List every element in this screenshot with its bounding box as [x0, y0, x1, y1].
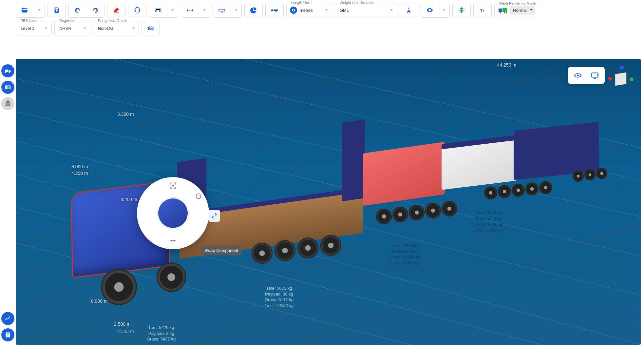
svg-point-5 [221, 11, 222, 12]
orientation-gizmo[interactable] [607, 65, 635, 93]
view-button[interactable] [421, 3, 439, 17]
wheel [512, 184, 525, 197]
weight-scheme-value: GML [340, 8, 349, 13]
length-units-label: Length Units [290, 1, 313, 5]
wheel [484, 186, 497, 199]
combo-button[interactable] [265, 3, 284, 17]
add-vehicle-button[interactable]: + [1, 64, 14, 77]
mesh-mode-control: Mesh Rendering Mode Normal [494, 4, 538, 17]
wheel [425, 203, 441, 218]
canvas-controls [568, 67, 605, 84]
chevron-down-icon [131, 26, 135, 30]
mesh-mode-label: Mesh Rendering Mode [498, 1, 537, 5]
radial-focus[interactable] [167, 180, 179, 192]
svg-point-18 [504, 12, 505, 13]
bridge-icon [147, 25, 154, 32]
vehicle-stage [16, 59, 641, 345]
fit-screen-icon [591, 71, 599, 80]
add-container-button[interactable]: + [1, 81, 14, 94]
length-units-dropdown[interactable]: Length Units metres [286, 3, 332, 17]
container-white[interactable] [442, 135, 517, 190]
container-icon [4, 84, 11, 91]
dangerous-goods-dropdown[interactable]: Dangerous Goods Non-DG [93, 21, 139, 35]
fit-screen-button[interactable] [587, 69, 603, 82]
chevron-down-icon [202, 8, 206, 12]
eraser-icon [113, 7, 120, 14]
wheel [392, 207, 408, 222]
focus-icon [169, 182, 177, 189]
compass-icon [405, 7, 412, 14]
axis-x-icon [630, 77, 634, 81]
dimension-icon [186, 7, 194, 14]
radial-rotate[interactable] [193, 190, 204, 202]
chevron-down-icon [171, 8, 175, 12]
dimension-button[interactable] [181, 3, 199, 17]
rotate-icon [195, 193, 202, 200]
text-size-button[interactable]: TT [473, 3, 492, 17]
notes-button[interactable] [1, 328, 14, 341]
open-button[interactable] [16, 3, 34, 17]
eye-icon [290, 7, 297, 14]
weight-button[interactable]: KG [1, 97, 14, 110]
toolbar-row-1: DV Length Units metres Weight Limit Sche… [0, 0, 644, 20]
weight-scheme-dropdown[interactable]: Weight Limit Scheme GML [335, 3, 397, 17]
snap-grid-icon [458, 7, 465, 14]
trailer-dropdown[interactable] [231, 3, 241, 17]
pbs-level-dropdown[interactable]: PBS Level Level 1 [16, 21, 52, 35]
eye-icon [426, 7, 433, 14]
folder-open-icon [21, 7, 28, 14]
svg-rect-15 [499, 9, 502, 12]
orbit-button[interactable] [570, 69, 586, 82]
undo-button[interactable] [69, 3, 86, 17]
pbs-level-value: Level 1 [21, 26, 34, 31]
compass-button[interactable] [400, 3, 418, 17]
pie-button[interactable] [244, 3, 263, 17]
swap-icon [211, 212, 218, 219]
wheel [584, 169, 596, 180]
erase-button[interactable] [107, 3, 125, 17]
save-icon [53, 7, 60, 14]
svg-point-41 [172, 185, 174, 187]
dv-button[interactable]: DV [128, 3, 146, 17]
wheel [409, 205, 425, 220]
redo-icon [92, 7, 99, 14]
axle-icon [155, 7, 162, 14]
wheel [498, 185, 511, 198]
radial-swap-h[interactable] [167, 235, 179, 247]
regulator-dropdown[interactable]: Regulator NHVR [54, 21, 90, 35]
radial-swap[interactable] [208, 210, 220, 222]
snap-button[interactable] [452, 3, 471, 17]
axle-dropdown[interactable] [167, 3, 178, 17]
toolbar-row-2: PBS Level Level 1 Regulator NHVR Dangero… [0, 20, 644, 38]
trailer-button[interactable] [213, 3, 231, 17]
axle-button[interactable] [149, 3, 167, 17]
regulator-value: NHVR [59, 26, 71, 31]
svg-point-4 [219, 11, 220, 12]
svg-text:T: T [483, 10, 485, 13]
dg-value: Non-DG [98, 26, 114, 31]
wheel [525, 182, 539, 195]
svg-point-19 [506, 12, 507, 13]
view-dropdown[interactable] [439, 3, 449, 17]
container-red[interactable] [363, 142, 445, 206]
analytics-button[interactable] [1, 312, 14, 325]
bridge-button[interactable] [142, 21, 160, 35]
weight-kg-icon: KG [5, 100, 11, 107]
svg-point-11 [275, 11, 275, 12]
svg-point-7 [224, 11, 225, 12]
pie-chart-icon [250, 7, 257, 14]
wheel [252, 243, 273, 264]
save-button[interactable] [47, 3, 66, 17]
svg-point-6 [222, 11, 223, 12]
view-group [421, 3, 450, 18]
redo-button[interactable] [86, 3, 104, 17]
open-dropdown[interactable] [34, 3, 45, 17]
viewport-3d[interactable]: Swap Component 44.250 m 3.300 m 3.000 m … [16, 59, 641, 345]
trailer-icon [218, 7, 225, 14]
axle-group [149, 3, 178, 18]
wheel [101, 269, 137, 305]
mesh-mode-dropdown[interactable]: Normal [510, 6, 535, 15]
dimension-dropdown[interactable] [199, 3, 210, 17]
radial-menu[interactable]: Swap Component [137, 177, 209, 249]
wheel [297, 237, 318, 258]
